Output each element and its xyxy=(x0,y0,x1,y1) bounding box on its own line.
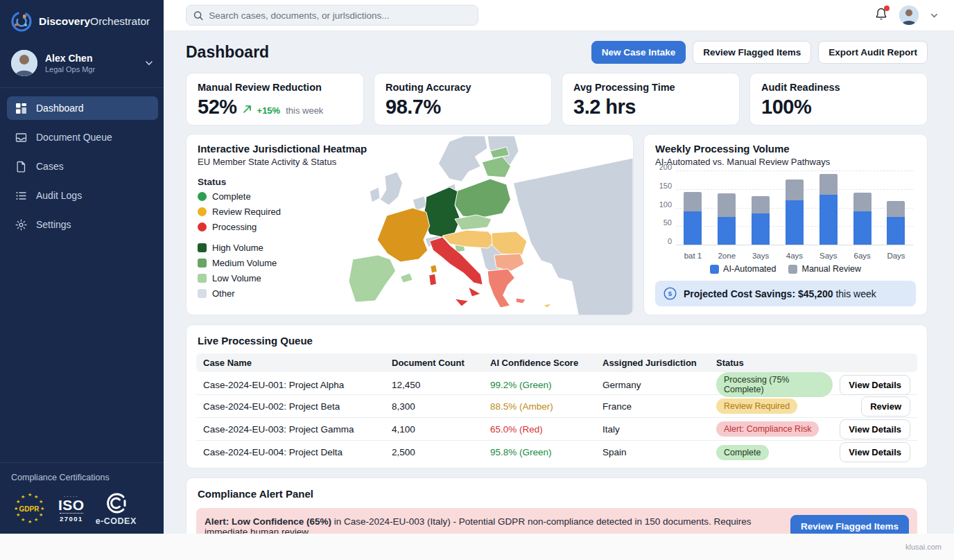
user-profile[interactable]: Alex Chen Legal Ops Mgr xyxy=(0,40,164,88)
table-row: Case-2024-EU-004: Project Delta 2,500 95… xyxy=(196,441,917,464)
doc-count: 2,500 xyxy=(392,447,490,457)
confidence-score: 95.8% (Green) xyxy=(490,447,602,457)
kpi-delta: +15% xyxy=(257,105,281,116)
table-row: Case-2024-EU-002: Project Beta 8,300 88.… xyxy=(196,395,917,418)
bar-6ays[interactable] xyxy=(853,193,871,245)
view-details-button[interactable]: View Details xyxy=(840,442,910,462)
doc-count: 12,450 xyxy=(392,380,490,390)
svg-text:★: ★ xyxy=(34,494,38,500)
view-details-button[interactable]: View Details xyxy=(840,375,910,395)
jurisdiction: Spain xyxy=(602,447,716,457)
kpi-row: Manual Review Reduction 52% +15% this we… xyxy=(186,73,928,125)
y-axis-tick: 150 xyxy=(655,182,672,190)
bar-days[interactable] xyxy=(887,201,905,245)
bar-bat-1[interactable] xyxy=(684,192,702,245)
review-button[interactable]: Review xyxy=(861,396,910,417)
user-name: Alex Chen xyxy=(45,53,137,64)
x-axis-label: 2one xyxy=(713,252,740,260)
review-flagged-items-button[interactable]: Review Flagged Items xyxy=(693,41,811,64)
heatmap-subtitle: EU Member State Activity & Status xyxy=(198,157,622,167)
status-badge: Alert: Compliance Risk xyxy=(716,421,819,437)
volume-high-swatch xyxy=(198,243,207,252)
status-review-swatch xyxy=(198,207,207,216)
alert-panel-title: Compliance Alert Panel xyxy=(198,488,916,500)
kpi-value: 100% xyxy=(761,96,811,119)
compliance-alert-panel: Compliance Alert Panel Alert: Low Confid… xyxy=(186,478,928,534)
bar-3ays[interactable] xyxy=(752,196,770,245)
brand-name: DiscoveryOrchestrator xyxy=(39,15,150,28)
chart-legend: AI-Automated Manual Review xyxy=(655,264,916,274)
sidebar-item-label: Settings xyxy=(36,219,71,230)
svg-text:★: ★ xyxy=(39,499,43,505)
status-badge: Processing (75% Complete) xyxy=(716,372,833,397)
sidebar-item-audit-logs[interactable]: Audit Logs xyxy=(7,184,158,207)
topbar xyxy=(164,0,954,31)
certs-label: Compliance Certifications xyxy=(11,473,153,482)
table-row: Case-2024-EU-003: Project Gamma 4,100 65… xyxy=(196,418,917,441)
svg-text:★: ★ xyxy=(28,492,32,498)
search-input[interactable] xyxy=(209,10,471,21)
sidebar-item-settings[interactable]: Settings xyxy=(7,213,158,236)
queue-header-row: Case Name Document Count AI Confidence S… xyxy=(196,353,917,372)
x-axis-label: 3ays xyxy=(747,252,774,260)
svg-text:★: ★ xyxy=(34,517,38,523)
brand-logo-icon xyxy=(11,11,32,32)
sidebar-item-document-queue[interactable]: Document Queue xyxy=(7,125,158,149)
bar-4ays[interactable] xyxy=(786,180,804,245)
new-case-intake-button[interactable]: New Case Intake xyxy=(591,41,686,64)
stacked-bar-chart: 050100150200bat 12one3ays4aysSays6aysDay… xyxy=(655,174,916,260)
sidebar-item-cases[interactable]: Cases xyxy=(7,155,158,178)
main-content: Dashboard New Case Intake Review Flagged… xyxy=(164,31,954,534)
case-name: Case-2024-EU-001: Project Alpha xyxy=(203,380,392,390)
kpi-routing-accuracy: Routing Accuracy 98.7% xyxy=(374,73,552,125)
ai-automated-swatch xyxy=(710,265,719,274)
volume-low-swatch xyxy=(198,274,207,283)
review-flagged-items-alert-button[interactable]: Review Flagged Items xyxy=(790,515,909,534)
iso-badge-icon: ····· ISO 27001 xyxy=(58,495,85,523)
user-role: Legal Ops Mgr xyxy=(45,65,137,73)
x-axis-label: 6ays xyxy=(849,252,876,260)
x-axis-label: Days xyxy=(882,252,910,260)
svg-text:★: ★ xyxy=(40,506,44,511)
table-row: Case-2024-EU-001: Project Alpha 12,450 9… xyxy=(196,372,917,395)
svg-text:GDPR: GDPR xyxy=(19,505,40,513)
kpi-value: 52% xyxy=(198,96,237,119)
search-box[interactable] xyxy=(186,5,478,26)
gear-icon xyxy=(15,219,27,231)
sidebar-item-dashboard[interactable]: Dashboard xyxy=(7,96,158,120)
status-processing-swatch xyxy=(198,222,207,231)
live-processing-queue-panel: Live Processing Queue Case Name Document… xyxy=(186,324,928,469)
export-audit-report-button[interactable]: Export Audit Report xyxy=(818,41,928,64)
svg-text:★: ★ xyxy=(28,519,32,525)
dollar-circle-icon: $ xyxy=(664,287,677,300)
user-avatar xyxy=(11,50,37,76)
notifications-button[interactable] xyxy=(874,7,888,24)
sidebar-item-label: Audit Logs xyxy=(36,190,82,201)
doc-count: 4,100 xyxy=(392,424,490,435)
svg-text:★: ★ xyxy=(39,512,43,518)
weekly-processing-volume-panel: Weekly Processing Volume AI-Automated vs… xyxy=(643,134,928,315)
x-axis-label: 4ays xyxy=(781,252,808,260)
queue-title: Live Processing Queue xyxy=(198,335,916,347)
sidebar-item-label: Document Queue xyxy=(36,132,112,143)
svg-text:★: ★ xyxy=(14,506,18,511)
view-details-button[interactable]: View Details xyxy=(840,419,910,439)
bar-2one[interactable] xyxy=(718,193,736,245)
notification-dot xyxy=(884,6,890,11)
x-axis-label: bat 1 xyxy=(679,252,706,260)
compliance-certifications: Compliance Certifications ★★★★★★★★★★★★ G… xyxy=(0,462,164,534)
chevron-down-icon[interactable] xyxy=(144,58,154,68)
queue-table: Case Name Document Count AI Confidence S… xyxy=(196,353,917,464)
kpi-manual-review-reduction: Manual Review Reduction 52% +15% this we… xyxy=(186,73,364,125)
confidence-score: 88.5% (Amber) xyxy=(490,401,602,412)
svg-text:★: ★ xyxy=(16,512,20,518)
account-chevron-down-icon[interactable] xyxy=(930,11,939,20)
bar-says[interactable] xyxy=(819,174,838,245)
case-name: Case-2024-EU-003: Project Gamma xyxy=(203,424,392,435)
status-badge: Review Required xyxy=(716,399,797,414)
footer-strip: klusai.com xyxy=(0,534,954,560)
topbar-avatar[interactable] xyxy=(899,6,919,25)
svg-text:★: ★ xyxy=(21,494,25,500)
jurisdiction: Italy xyxy=(602,424,716,435)
svg-text:$: $ xyxy=(668,290,673,297)
